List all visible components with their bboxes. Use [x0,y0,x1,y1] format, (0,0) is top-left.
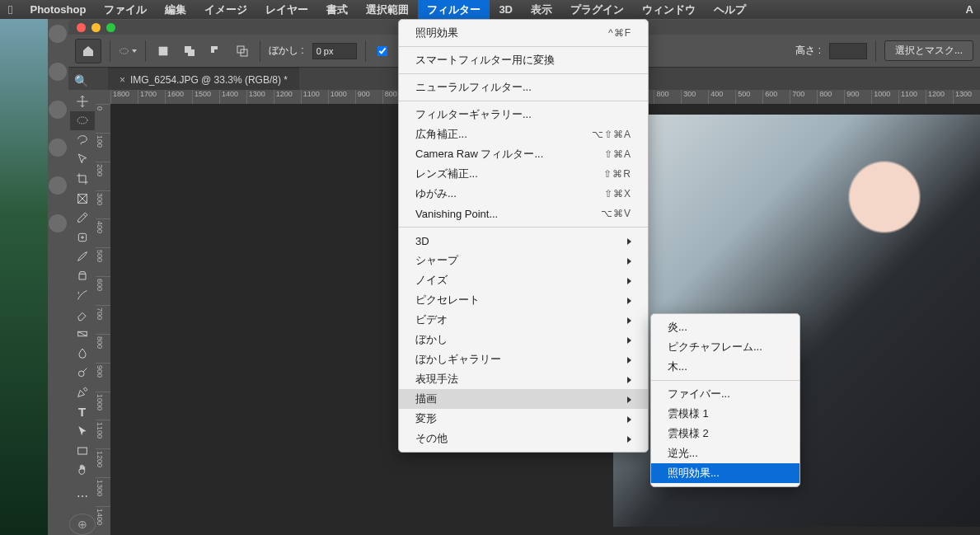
selection-subtract-icon[interactable] [207,42,225,60]
tool-move[interactable] [70,92,95,111]
menubar-type[interactable]: 書式 [317,0,357,19]
menu-item-label: 描画 [415,392,437,406]
render-submenu-item[interactable]: ピクチャフレーム... [651,337,799,357]
filter-menu-item[interactable]: ビデオ [399,310,648,330]
svg-rect-13 [77,448,87,454]
filter-menu-item[interactable]: ニューラルフィルター... [399,77,648,97]
render-submenu-item[interactable]: 逆光... [651,443,799,463]
tool-eyedropper[interactable] [70,208,95,228]
tool-gradient[interactable] [70,325,95,345]
filter-menu-item[interactable]: ゆがみ...⇧⌘X [399,184,648,204]
tool-brush[interactable] [70,246,95,266]
menubar-file[interactable]: ファイル [95,0,156,19]
dock-item[interactable] [49,138,67,157]
menubar-3d[interactable]: 3D [490,0,522,19]
home-icon [82,45,95,58]
svg-rect-5 [214,49,221,56]
filter-menu-item[interactable]: ぼかし [399,330,648,350]
filter-menu-item[interactable]: 3D [399,231,648,251]
render-submenu-item[interactable]: 雲模様 1 [651,404,799,424]
filter-menu-item[interactable]: ぼかしギャラリー [399,350,648,369]
tool-dodge[interactable] [70,364,95,383]
tool-edit-toolbar[interactable]: ⊕ [69,514,96,535]
dock-item[interactable] [49,101,67,119]
dock-item[interactable] [49,25,67,43]
menubar-layer[interactable]: レイヤー [256,0,317,19]
menubar-edit[interactable]: 編集 [156,0,195,19]
tool-frame[interactable] [70,189,95,209]
tool-lasso[interactable] [70,130,95,150]
feather-input[interactable] [312,43,357,59]
submenu-arrow-icon [621,314,631,326]
menubar-window[interactable]: ウィンドウ [633,0,705,19]
dock-item[interactable] [49,214,67,232]
marquee-shape-picker[interactable] [119,42,137,60]
menubar-image[interactable]: イメージ [195,0,256,19]
window-minimize-button[interactable] [91,23,101,32]
tool-rectangle[interactable] [70,441,95,461]
tool-type[interactable]: T [70,402,95,422]
dock-item[interactable] [49,63,67,81]
menu-item-label: ゆがみ... [415,186,457,201]
menubar-plugins[interactable]: プラグイン [561,0,633,19]
document-tab[interactable]: × IMG_6254.JPG @ 33.3% (RGB/8) * [108,68,299,91]
filter-menu-item[interactable]: ピクセレート [399,290,648,310]
filter-menu-item[interactable]: レンズ補正...⇧⌘R [399,164,648,184]
render-submenu-item[interactable]: 雲模様 2 [651,424,799,443]
desktop-wallpaper [0,0,48,535]
filter-menu-item[interactable]: 描画 [399,389,648,409]
tool-crop[interactable] [70,169,95,189]
separator [110,40,110,62]
tool-more-dots[interactable]: ⋯ [70,486,95,506]
tool-marquee[interactable] [70,111,95,131]
height-input[interactable] [829,43,867,59]
tool-blur[interactable] [70,344,95,364]
tool-pen[interactable] [70,382,95,402]
dock-item[interactable] [49,176,67,195]
antialias-checkbox[interactable] [377,46,387,56]
select-and-mask-button[interactable]: 選択とマスク... [884,40,973,61]
filter-menu-item[interactable]: 変形 [399,409,648,429]
filter-menu-item[interactable]: フィルターギャラリー... [399,105,648,124]
menubar-select[interactable]: 選択範囲 [357,0,418,19]
home-button[interactable] [75,39,101,63]
close-tab-icon[interactable]: × [120,74,125,86]
filter-menu-last-filter[interactable]: 照明効果 ^⌘F [399,23,648,43]
menu-item-label: レンズ補正... [415,167,478,181]
menu-separator [399,73,648,74]
tool-quick-select[interactable] [70,150,95,170]
filter-menu-item[interactable]: 表現手法 [399,369,648,389]
selection-new-icon[interactable] [154,42,172,60]
tool-history-brush[interactable] [70,285,95,305]
submenu-arrow-icon [621,255,631,267]
tool-eraser[interactable] [70,305,95,325]
render-submenu-item[interactable]: 照明効果... [651,463,799,483]
filter-menu-item[interactable]: ノイズ [399,270,648,290]
filter-menu-item[interactable]: Vanishing Point...⌥⌘V [399,204,648,223]
ruler-vertical[interactable]: 0100200300400500600700800900100011001200… [96,104,111,535]
menubar-help[interactable]: ヘルプ [705,0,755,19]
ruler-tick: 0 [96,104,110,133]
tool-hand[interactable] [70,460,95,480]
render-submenu-item[interactable]: 木... [651,357,799,377]
filter-menu-item[interactable]: スマートフィルター用に変換 [399,50,648,70]
filter-menu-item[interactable]: 広角補正...⌥⇧⌘A [399,124,648,144]
tool-path-select[interactable] [70,421,95,441]
render-submenu-item[interactable]: ファイバー... [651,384,799,404]
selection-add-icon[interactable] [181,42,199,60]
tool-spot-heal[interactable] [70,228,95,247]
tool-clone[interactable] [70,266,95,286]
menubar-app-name[interactable]: Photoshop [21,0,95,19]
apple-menu-icon[interactable]:  [8,2,12,16]
filter-menu-item[interactable]: Camera Raw フィルター...⇧⌘A [399,144,648,164]
filter-menu-item[interactable]: シャープ [399,251,648,270]
menubar-view[interactable]: 表示 [522,0,561,19]
menu-item-label: ニューラルフィルター... [415,80,532,95]
selection-intersect-icon[interactable] [233,42,251,60]
window-close-button[interactable] [77,23,86,32]
render-submenu-item[interactable]: 炎... [651,317,799,337]
menubar-filter[interactable]: フィルター [418,0,490,19]
filter-menu-item[interactable]: その他 [399,429,648,448]
window-maximize-button[interactable] [106,23,115,32]
submenu-arrow-icon [621,235,631,247]
